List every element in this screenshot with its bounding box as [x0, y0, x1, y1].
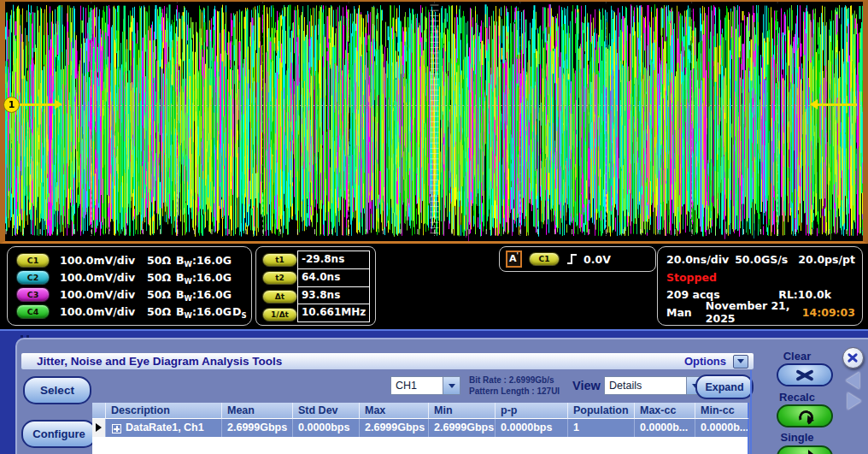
bit-rate-label: Bit Rate : 2.6999Gb/s — [469, 374, 560, 386]
channel-scale: 100.0mV/div — [60, 288, 144, 301]
column-header[interactable]: Min — [429, 403, 496, 419]
clear-x-icon — [795, 369, 815, 381]
single-button[interactable] — [777, 445, 833, 454]
row-selector-icon — [96, 423, 102, 432]
channel-ds-flag: DS — [232, 305, 246, 318]
cursor-1dt-badge[interactable]: 1/Δt — [262, 308, 297, 321]
left-marker-arrow — [19, 103, 55, 106]
channel-readout-box[interactable]: C1 100.0mV/div 50Ω BW:16.0G C2 100.0mV/d… — [7, 246, 252, 326]
channel-row-c2[interactable]: C2 100.0mV/div 50Ω BW:16.0G — [16, 268, 246, 286]
date-display: November 21, 2025 — [706, 299, 802, 325]
column-header[interactable]: p-p — [496, 403, 568, 419]
channel-badge-c4[interactable]: C4 — [16, 304, 50, 319]
right-marker-arrow — [818, 103, 857, 106]
cursor-1dt-value: 10.661MHz — [298, 304, 369, 321]
channel-scale: 100.0mV/div — [60, 305, 144, 318]
single-label: Single — [738, 431, 856, 444]
channel-scale: 100.0mV/div — [60, 271, 144, 284]
channel-impedance: 50Ω — [147, 254, 176, 267]
expand-row-icon[interactable] — [112, 424, 121, 433]
column-header[interactable]: Description — [106, 403, 222, 419]
view-label: View — [572, 379, 601, 392]
sample-rate: 50.0GS/s — [735, 253, 788, 266]
close-icon — [847, 354, 859, 363]
cursor-t1-value: -29.8ns — [298, 251, 369, 269]
pp-cell: 0.0000bps — [496, 419, 568, 437]
channel-impedance: 50Ω — [147, 305, 176, 318]
pattern-length-label: Pattern Length : 127UI — [469, 386, 560, 397]
channel-row-c4[interactable]: C4 100.0mV/div 50Ω BW:16.0G DS — [16, 304, 246, 321]
channel-bandwidth: BW:16.0G — [176, 305, 232, 318]
channel-impedance: 50Ω — [147, 271, 176, 284]
cursor-t1-badge[interactable]: t1 — [262, 253, 297, 267]
channel-badge-c2[interactable]: C2 — [16, 270, 50, 285]
channel-badge-c1[interactable]: C1 — [16, 253, 50, 268]
single-arrow-icon — [792, 450, 818, 454]
table-header-row: Description Mean Std Dev Max Min p-p Pop… — [92, 403, 749, 419]
trigger-mode: Man — [666, 306, 692, 319]
channel-dropdown-button[interactable] — [443, 377, 460, 394]
cursor-dt-value: 93.8ns — [298, 287, 369, 305]
channel-bandwidth: BW:16.0G — [176, 254, 232, 267]
acquisition-status: Stopped — [666, 271, 717, 284]
channel-badge-c3[interactable]: C3 — [16, 287, 50, 302]
timebase: 20.0ns/div — [666, 253, 729, 266]
column-header[interactable]: Min-cc — [695, 403, 749, 419]
bitrate-info: Bit Rate : 2.6999Gb/s Pattern Length : 1… — [469, 374, 560, 397]
oscilloscope-screen: 1 C1 100.0mV/div 50Ω BW:16.0G C2 100.0mV… — [0, 0, 868, 454]
cursor-values-box: -29.8ns 64.0ns 93.8ns 10.661MHz — [297, 251, 370, 322]
stddev-cell: 0.0000bps — [293, 419, 360, 437]
select-button[interactable]: Select — [23, 376, 91, 404]
configure-button[interactable]: Configure — [21, 420, 97, 448]
table-row[interactable]: DataRate1, Ch1 2.6999Gbps 0.0000bps 2.69… — [92, 419, 749, 437]
column-header[interactable]: Mean — [222, 403, 293, 419]
cursor-t2-badge[interactable]: t2 — [262, 271, 297, 285]
trigger-readout-box[interactable]: A' C1 0.0V — [499, 246, 656, 272]
cursor-t2-value: 64.0ns — [298, 269, 369, 287]
window-titlebar[interactable]: Jitter, Noise and Eye Diagram Analysis T… — [21, 353, 754, 369]
close-button[interactable] — [842, 347, 864, 369]
channel-row-c3[interactable]: C3 100.0mV/div 50Ω BW:16.0G — [16, 286, 246, 304]
window-title: Jitter, Noise and Eye Diagram Analysis T… — [37, 355, 282, 368]
jitter-analysis-window: Jitter, Noise and Eye Diagram Analysis T… — [15, 338, 868, 454]
chevron-down-icon — [449, 384, 455, 388]
column-header[interactable]: Max — [360, 403, 429, 419]
nav-next-button[interactable] — [847, 392, 861, 410]
min-cell: 2.6999Gbps — [429, 419, 496, 437]
resolution: 20.0ps/pt — [798, 253, 855, 266]
desktop-background: Jitter, Noise and Eye Diagram Analysis T… — [0, 329, 868, 454]
column-header[interactable]: Population — [568, 403, 635, 419]
horizontal-readout-box[interactable]: 20.0ns/div 50.0GS/s 20.0ps/pt Stopped 20… — [657, 246, 863, 326]
readout-strip: C1 100.0mV/div 50Ω BW:16.0G C2 100.0mV/d… — [0, 244, 868, 329]
row-selector-cell[interactable] — [92, 419, 106, 437]
clear-label: Clear — [738, 350, 856, 363]
cursor-dt-badge[interactable]: Δt — [262, 290, 297, 304]
waveform-canvas[interactable] — [5, 2, 863, 241]
recalc-label: Recalc — [738, 391, 856, 404]
time-display: 14:09:03 — [802, 306, 855, 319]
options-menu[interactable]: Options — [684, 355, 726, 368]
cursor-readout-box[interactable]: t1 t2 Δt 1/Δt -29.8ns 64.0ns 93.8ns 10.6… — [255, 246, 376, 326]
table-empty-area — [92, 437, 749, 454]
max-cell: 2.6999Gbps — [360, 419, 429, 437]
view-mode-value: Details — [605, 377, 686, 394]
reference-marker-badge[interactable]: 1 — [3, 97, 20, 113]
channel-bandwidth: BW:16.0G — [176, 288, 232, 301]
channel-bandwidth: BW:16.0G — [176, 271, 232, 284]
clear-button[interactable] — [777, 363, 833, 386]
trigger-level: 0.0V — [584, 253, 611, 266]
source-channel-select[interactable]: CH1 — [390, 376, 460, 395]
column-header[interactable]: Max-cc — [635, 403, 695, 419]
trigger-source-icon: A' — [506, 251, 522, 268]
nav-prev-button[interactable] — [846, 372, 859, 389]
source-channel-value: CH1 — [391, 377, 443, 394]
left-marker-arrowhead-icon — [55, 99, 62, 109]
channel-scale: 100.0mV/div — [60, 254, 144, 267]
column-header[interactable]: Std Dev — [293, 403, 360, 419]
view-mode-select[interactable]: Details — [604, 376, 704, 395]
waveform-display[interactable]: 1 — [0, 0, 868, 244]
description-cell[interactable]: DataRate1, Ch1 — [106, 419, 222, 437]
recalc-button[interactable] — [777, 404, 833, 427]
channel-row-c1[interactable]: C1 100.0mV/div 50Ω BW:16.0G — [16, 251, 246, 268]
trigger-channel-badge[interactable]: C1 — [529, 252, 560, 266]
